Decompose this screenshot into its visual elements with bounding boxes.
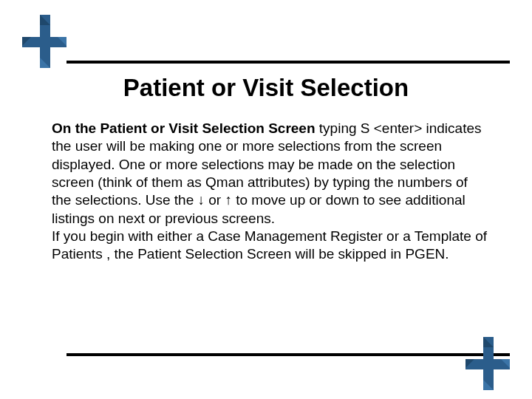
- top-rule: [66, 61, 510, 64]
- body-text: On the Patient or Visit Selection Screen…: [52, 120, 488, 264]
- top-band: [0, 0, 532, 74]
- logo-top: [22, 15, 66, 68]
- page-title: Patient or Visit Selection: [0, 74, 532, 102]
- p1-rest: typing S <enter> indicates the user will…: [52, 120, 482, 226]
- slide: Patient or Visit Selection On the Patien…: [0, 0, 532, 399]
- logo-bottom: [466, 337, 510, 390]
- paragraph-2: If you begin with either a Case Manageme…: [52, 228, 488, 264]
- bottom-band: [0, 340, 532, 399]
- bold-lead: On the Patient or Visit Selection Screen: [52, 120, 316, 136]
- bottom-rule: [66, 353, 510, 356]
- paragraph-1: On the Patient or Visit Selection Screen…: [52, 120, 488, 228]
